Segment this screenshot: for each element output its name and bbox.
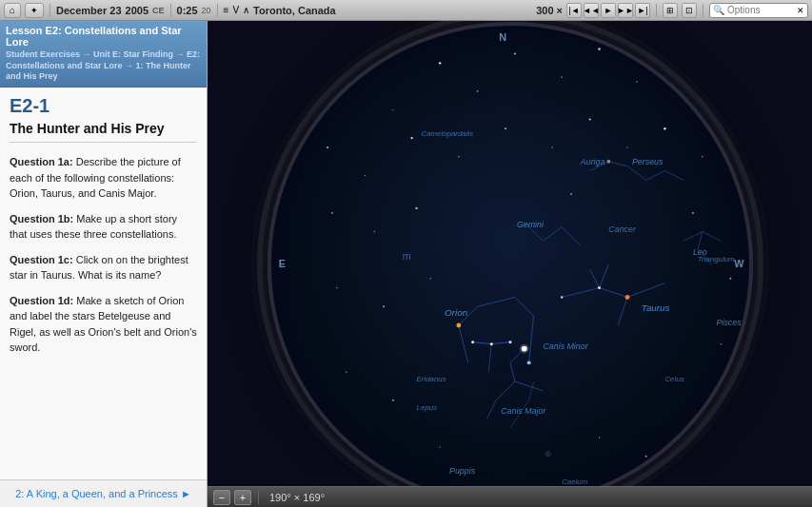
- svg-text:Aries: Aries: [748, 271, 749, 280]
- svg-point-16: [551, 146, 553, 148]
- svg-point-20: [701, 156, 703, 158]
- taurus-lines: [562, 264, 664, 325]
- svg-line-23: [477, 297, 514, 306]
- zoom-in-button[interactable]: +: [234, 490, 251, 505]
- svg-line-44: [496, 381, 515, 400]
- time-sub: 20: [202, 6, 211, 15]
- zoom-in-icon: +: [240, 492, 246, 503]
- svg-text:Pisces: Pisces: [716, 317, 742, 326]
- prev-button[interactable]: |◄: [566, 3, 582, 18]
- eridanus-lines: [510, 381, 534, 428]
- play-button[interactable]: ►: [601, 3, 616, 18]
- main-content: Lesson E2: Constellations and Star Lore …: [0, 21, 812, 507]
- svg-line-48: [486, 400, 496, 419]
- question-1c: Question 1c: Click on on the brightest s…: [10, 252, 197, 283]
- lesson-title-main: The Hunter and His Prey: [10, 121, 197, 143]
- svg-line-64: [528, 381, 533, 400]
- svg-point-71: [691, 211, 693, 213]
- ce-label: CE: [152, 6, 165, 15]
- svg-point-4: [476, 90, 478, 92]
- star-map-circle[interactable]: Orion Taurus Canis Minor Canis Major Gem…: [267, 22, 753, 507]
- search-clear-icon[interactable]: ✕: [797, 6, 804, 15]
- toolbar: ⌂ ✦ December 23 2005 CE 0:25 20 ≡ V ∧ To…: [0, 0, 812, 21]
- svg-line-56: [664, 170, 683, 180]
- next-link-anchor[interactable]: 2: A King, a Queen, and a Princess ►: [15, 488, 191, 499]
- svg-point-41: [624, 294, 629, 299]
- svg-text:Canis Major: Canis Major: [501, 406, 546, 416]
- svg-point-6: [561, 76, 563, 78]
- svg-text:NW: NW: [318, 80, 334, 90]
- location-label: Toronto, Canada: [253, 5, 336, 16]
- svg-text:Lepus: Lepus: [416, 402, 436, 411]
- svg-point-12: [364, 174, 365, 175]
- svg-point-78: [345, 371, 347, 373]
- svg-text:Eridanus: Eridanus: [416, 375, 446, 383]
- svg-line-53: [562, 226, 581, 245]
- svg-line-37: [627, 283, 664, 297]
- svg-point-67: [330, 211, 332, 213]
- divider-5: [703, 4, 703, 17]
- svg-text:Perseus: Perseus: [631, 156, 663, 166]
- divider-3: [217, 4, 218, 17]
- svg-point-79: [391, 399, 393, 400]
- svg-point-68: [373, 230, 375, 232]
- constellation-svg: Orion Taurus Canis Minor Canis Major Gem…: [271, 26, 749, 503]
- view-button-1[interactable]: ⊞: [663, 3, 678, 18]
- year-label: 2005: [126, 5, 149, 16]
- map-coordinates: 190° × 169°: [269, 492, 325, 503]
- divider-2: [170, 4, 171, 17]
- view-button-2[interactable]: ⊡: [682, 3, 697, 18]
- svg-line-55: [645, 170, 664, 180]
- svg-point-21: [729, 118, 731, 120]
- svg-text:W: W: [734, 257, 744, 268]
- svg-line-54: [627, 166, 646, 180]
- svg-line-40: [599, 264, 608, 288]
- svg-text:Cetus: Cetus: [664, 375, 684, 383]
- svg-point-69: [415, 206, 417, 208]
- zoom-out-icon: −: [219, 492, 225, 503]
- next-end-button[interactable]: ►|: [635, 3, 650, 18]
- svg-point-3: [438, 62, 440, 64]
- breadcrumb-bar: Lesson E2: Constellations and Star Lore …: [0, 21, 207, 88]
- home-button[interactable]: ⌂: [4, 3, 21, 18]
- svg-point-42: [598, 286, 601, 289]
- search-input[interactable]: [727, 5, 794, 15]
- date-label: December 23: [56, 5, 122, 16]
- ff-button[interactable]: ►►: [618, 3, 633, 18]
- svg-point-18: [626, 146, 627, 147]
- stellarium-icon[interactable]: ✦: [25, 3, 44, 18]
- svg-line-58: [608, 161, 627, 166]
- svg-line-36: [599, 287, 627, 297]
- divider-1: [50, 4, 50, 17]
- question-1d: Question 1d: Make a sketch of Orion and …: [10, 293, 197, 356]
- svg-point-72: [336, 286, 338, 288]
- home-icon: ⌂: [10, 5, 15, 15]
- svg-line-52: [543, 226, 562, 241]
- svg-point-73: [383, 305, 385, 307]
- svg-point-59: [606, 159, 610, 163]
- svg-point-19: [663, 127, 665, 129]
- svg-text:Canis Minor: Canis Minor: [543, 341, 588, 350]
- svg-line-66: [510, 414, 520, 428]
- perseus-lines: [627, 166, 683, 180]
- next-link[interactable]: 2: A King, a Queen, and a Princess ►: [0, 479, 207, 507]
- zoom-out-button[interactable]: −: [213, 490, 230, 505]
- svg-point-75: [729, 277, 731, 279]
- svg-line-26: [528, 316, 533, 362]
- breadcrumb-path: Student Exercises → Unit E: Star Finding…: [6, 49, 201, 83]
- svg-line-24: [514, 297, 533, 316]
- rewind-button[interactable]: ◄◄: [584, 3, 599, 18]
- star-map-container[interactable]: Orion Taurus Canis Minor Canis Major Gem…: [208, 21, 812, 507]
- svg-point-0: [312, 99, 314, 101]
- svg-point-50: [519, 343, 528, 353]
- svg-text:Taurus: Taurus: [641, 302, 669, 313]
- svg-point-70: [570, 193, 572, 195]
- svg-line-27: [472, 341, 491, 343]
- svg-point-83: [692, 437, 694, 439]
- lesson-title-breadcrumb: Lesson E2: Constellations and Star Lore: [6, 25, 201, 48]
- svg-text:NE: NE: [692, 80, 705, 90]
- svg-text:Orion: Orion: [445, 307, 468, 318]
- svg-text:m: m: [402, 250, 410, 262]
- svg-point-13: [410, 136, 412, 138]
- time-label: 0:25: [177, 5, 198, 16]
